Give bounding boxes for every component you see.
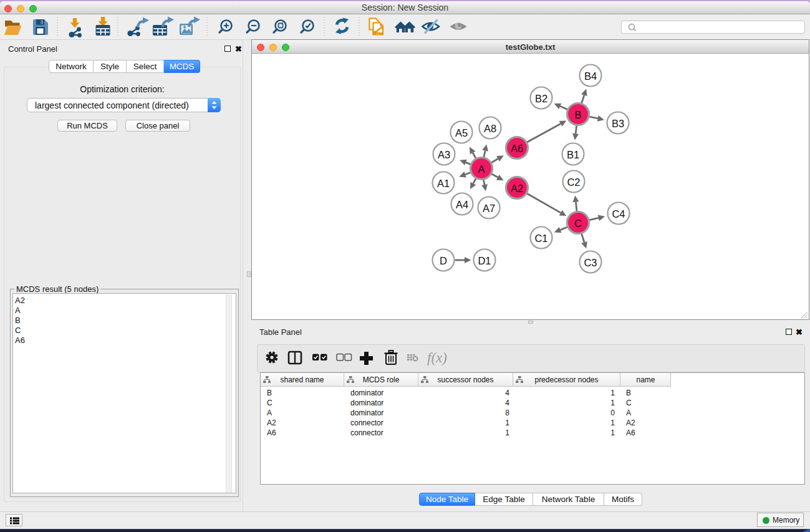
svg-text:f(x): f(x) <box>427 350 447 365</box>
svg-text:A3: A3 <box>438 149 450 160</box>
svg-text:B3: B3 <box>612 118 624 129</box>
svg-text:C: C <box>574 218 582 229</box>
svg-text:A4: A4 <box>456 199 468 210</box>
svg-text:A5: A5 <box>455 127 468 138</box>
svg-text:D1: D1 <box>478 255 491 266</box>
svg-text:B: B <box>574 109 581 120</box>
svg-text:B2: B2 <box>535 93 547 104</box>
svg-text:C4: C4 <box>612 208 625 220</box>
svg-text:A7: A7 <box>483 203 495 214</box>
svg-text:B4: B4 <box>584 70 597 82</box>
svg-text:D: D <box>440 255 447 266</box>
svg-text:A1: A1 <box>437 178 450 189</box>
svg-text:A6: A6 <box>511 143 523 154</box>
svg-text:A8: A8 <box>484 123 496 134</box>
svg-text:C3: C3 <box>584 257 597 268</box>
svg-text:A2: A2 <box>511 183 523 194</box>
svg-text:A: A <box>478 163 485 175</box>
svg-text:B1: B1 <box>567 149 579 160</box>
svg-text:C2: C2 <box>567 177 580 188</box>
svg-text:C1: C1 <box>534 233 547 244</box>
